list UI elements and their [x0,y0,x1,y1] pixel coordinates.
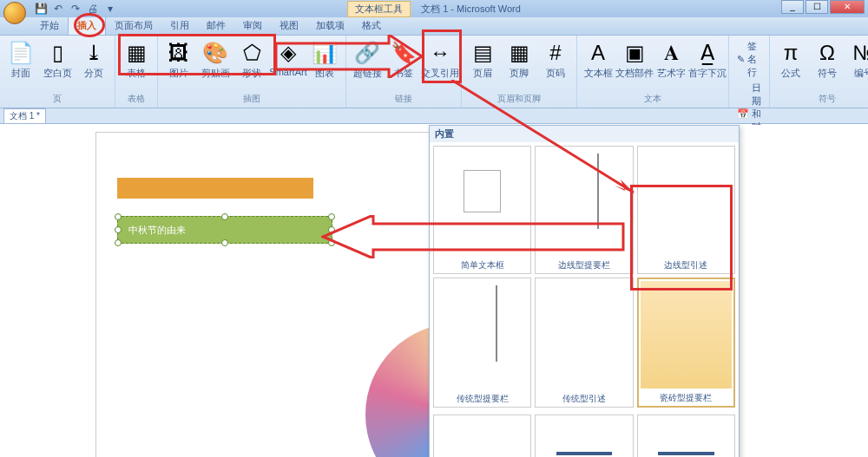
button-label: 符号 [818,67,837,80]
picture-icon: 🖼 [165,39,193,67]
symbol-button[interactable]: Ω符号 [810,37,845,82]
hyperlink-button[interactable]: 🔗超链接 [350,37,385,82]
gallery-thumb-8[interactable]: 大括号型引述 2 [637,415,735,457]
thumb-label: 简单文本框 [434,258,530,273]
maximize-button[interactable]: ☐ [806,0,828,14]
button-label: 公式 [781,67,800,80]
tab-邮件[interactable]: 邮件 [198,16,234,35]
pagenum-icon: # [542,39,569,67]
shapes-icon: ⬠ [238,39,266,67]
table-button[interactable]: ▦表格 [119,37,154,82]
orange-shape[interactable] [117,178,313,199]
workspace: 中秋节的由来 内置 简单文本框边线型提要栏边线型引述传统型提要栏传统型引述瓷砖型… [0,125,868,457]
button-label: 空白页 [43,67,72,80]
button-label: 交叉引用 [421,67,459,80]
thumb-preview [640,417,733,457]
tab-开始[interactable]: 开始 [31,16,68,35]
thumb-label: 瓷砖型提要栏 [639,390,733,406]
group-label: 链接 [350,93,457,106]
thumb-preview [640,148,733,256]
save-icon[interactable]: 💾 [33,2,49,16]
equation-button[interactable]: π公式 [773,37,808,82]
thumb-preview [436,148,529,256]
gallery-thumb-2[interactable]: 边线型引述 [637,146,735,274]
context-tab-label: 文本框工具 [347,1,411,17]
picture-button[interactable]: 🖼图片 [161,37,196,82]
bookmark-icon: 🔖 [390,39,418,67]
textbox-content: 中秋节的由来 [128,224,186,237]
gallery-thumb-3[interactable]: 传统型提要栏 [433,277,531,408]
gallery-thumb-0[interactable]: 简单文本框 [433,146,531,274]
button-label: 书签 [394,67,413,80]
wordart-button[interactable]: 𝐀艺术字 [654,37,688,82]
chart-button[interactable]: 📊图表 [307,37,342,82]
header-page-button[interactable]: ▤页眉 [465,37,500,82]
gallery-thumb-4[interactable]: 传统型引述 [535,277,633,408]
tab-插入[interactable]: 插入 [68,16,106,35]
gallery-thumb-5[interactable]: 瓷砖型提要栏 [637,277,735,408]
button-label: 页码 [546,67,565,80]
thumb-preview [537,417,630,457]
ribbon-group-表格: ▦表格表格 [115,36,158,108]
ribbon-group-: ✎签名行📅日期和时间◧对象 [729,36,770,108]
document-tab[interactable]: 文档 1 * [3,108,46,124]
selected-textbox[interactable]: 中秋节的由来 [117,216,332,244]
group-label: 页眉和页脚 [465,93,573,106]
pagenum-button[interactable]: #页码 [538,37,573,82]
tab-审阅[interactable]: 审阅 [234,16,271,35]
gallery-thumb-7[interactable]: 大括号型引述 [535,415,633,457]
equation-icon: π [777,39,805,67]
group-label: 文本 [581,93,725,106]
crossref-icon: ↔ [426,39,454,67]
button-label: 封面 [11,67,30,80]
number-button[interactable]: №编号 [846,37,868,82]
gallery-thumb-1[interactable]: 边线型提要栏 [535,146,633,274]
bookmark-button[interactable]: 🔖书签 [386,37,421,82]
page-break-icon: ⤓ [80,39,108,67]
group-label: 插图 [161,93,342,106]
blank-page-button[interactable]: ▯空白页 [40,37,75,82]
tab-加载项[interactable]: 加载项 [307,16,353,35]
tab-格式[interactable]: 格式 [353,16,390,35]
clipart-icon: 🎨 [201,39,229,67]
qat-more-icon[interactable]: ▾ [102,2,118,16]
print-icon[interactable]: 🖨 [85,2,101,16]
quickparts-icon: ▣ [621,39,648,67]
tab-视图[interactable]: 视图 [271,16,307,35]
minimize-button[interactable]: _ [781,0,804,14]
symbol-icon: Ω [813,39,841,67]
thumb-preview [537,280,630,389]
tab-引用[interactable]: 引用 [161,16,198,35]
button-label: 图片 [169,67,188,80]
smartart-button[interactable]: ◈SmartArt [271,37,306,82]
shapes-button[interactable]: ⬠形状 [234,37,269,82]
button-label: 表格 [127,67,146,80]
crossref-button[interactable]: ↔交叉引用 [423,37,457,82]
signature-button[interactable]: ✎签名行 [734,39,764,80]
clipart-button[interactable]: 🎨剪贴画 [198,37,233,82]
button-label: 文档部件 [615,67,654,80]
thumb-preview [436,280,529,389]
page-break-button[interactable]: ⤓分页 [76,37,111,82]
thumb-preview [436,417,529,457]
gallery-thumb-6[interactable]: 瓷砖型引述 [433,415,531,457]
button-label: 编号 [854,67,868,80]
datetime-icon: 📅 [737,108,749,120]
button-label: 剪贴画 [201,67,230,80]
office-button[interactable] [3,2,26,24]
quick-access-toolbar: 💾 ↶ ↷ 🖨 ▾ [33,2,118,16]
footer-page-button[interactable]: ▦页脚 [502,37,536,82]
table-icon: ▦ [122,39,150,67]
textbox-button[interactable]: A文本框 [581,37,615,82]
dropcap-button[interactable]: A̲首字下沉 [690,37,725,82]
redo-icon[interactable]: ↷ [68,2,83,16]
button-label: 超链接 [353,67,382,80]
chart-icon: 📊 [311,39,339,67]
quickparts-button[interactable]: ▣文档部件 [617,37,652,82]
undo-icon[interactable]: ↶ [50,2,66,16]
cover-page-button[interactable]: 📄封面 [3,37,38,82]
blank-page-icon: ▯ [43,39,71,67]
tab-页面布局[interactable]: 页面布局 [106,16,161,35]
cover-page-icon: 📄 [7,39,35,67]
close-button[interactable]: ✕ [830,0,865,14]
